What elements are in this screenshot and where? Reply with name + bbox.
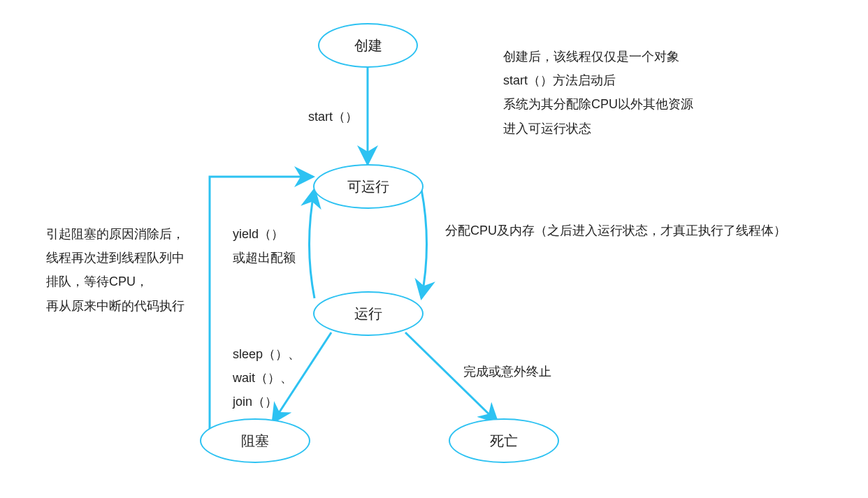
node-blocked: 阻塞 xyxy=(200,418,310,463)
note-top-1: 创建后，该线程仅仅是一个对象 xyxy=(503,45,693,68)
note-left-1: 引起阻塞的原因消除后， xyxy=(46,222,185,246)
node-runnable-label: 可运行 xyxy=(347,177,389,196)
node-dead-label: 死亡 xyxy=(490,432,518,451)
edge-label-start: start（） xyxy=(308,108,358,125)
note-top-4: 进入可运行状态 xyxy=(503,117,693,140)
node-running: 运行 xyxy=(313,291,424,336)
edge-label-yield-1: yield（） xyxy=(233,222,296,246)
node-blocked-label: 阻塞 xyxy=(241,432,269,451)
edge-label-sleep-1: sleep（）、 xyxy=(233,342,301,366)
thread-state-diagram: 创建 可运行 运行 阻塞 死亡 start（） yield（） 或超出配额 分配… xyxy=(0,0,868,498)
note-top-2: start（）方法启动后 xyxy=(503,68,693,92)
edge-label-finish: 完成或意外终止 xyxy=(463,363,551,380)
node-create: 创建 xyxy=(318,23,418,68)
note-left-4: 再从原来中断的代码执行 xyxy=(46,294,185,318)
node-create-label: 创建 xyxy=(354,36,382,55)
node-dead: 死亡 xyxy=(449,418,559,463)
edge-label-sleep-3: join（） xyxy=(233,390,301,413)
note-left-2: 线程再次进到线程队列中 xyxy=(46,246,185,270)
edge-label-allocate: 分配CPU及内存（之后进入运行状态，才真正执行了线程体） xyxy=(445,222,786,239)
note-left-3: 排队，等待CPU， xyxy=(46,270,185,293)
edge-label-yield-2: 或超出配额 xyxy=(233,246,296,270)
node-running-label: 运行 xyxy=(354,305,382,323)
edge-label-sleep-2: wait（）、 xyxy=(233,366,301,390)
note-top-3: 系统为其分配除CPU以外其他资源 xyxy=(503,92,693,116)
node-runnable: 可运行 xyxy=(313,164,424,209)
